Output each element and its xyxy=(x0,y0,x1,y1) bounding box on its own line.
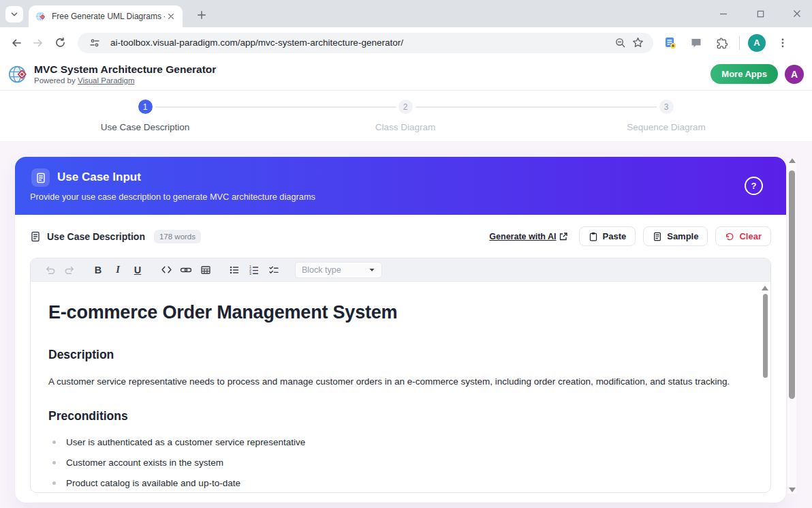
list-item-text: Customer account exists in the system xyxy=(66,458,223,468)
translate-download-icon xyxy=(663,36,677,50)
bookmark-button[interactable] xyxy=(629,34,646,52)
forward-arrow-icon xyxy=(32,37,44,49)
paste-button[interactable]: Paste xyxy=(579,226,636,246)
visual-paradigm-favicon xyxy=(35,11,46,22)
url-text[interactable]: ai-toolbox.visual-paradigm.com/app/mvc-s… xyxy=(110,38,611,48)
editor-content[interactable]: E-commerce Order Management System Descr… xyxy=(31,282,770,493)
app-header: MVC System Architecture Generator Powere… xyxy=(0,58,812,91)
underline-button[interactable]: U xyxy=(129,262,146,278)
bullet-list-icon xyxy=(229,265,240,275)
more-apps-button[interactable]: More Apps xyxy=(710,64,778,84)
scroll-up-arrow[interactable] xyxy=(789,158,796,163)
italic-button[interactable]: I xyxy=(110,262,126,278)
plus-icon xyxy=(197,10,206,20)
undo-button[interactable] xyxy=(42,262,58,278)
check-list-icon xyxy=(268,265,279,275)
generate-with-ai-link[interactable]: Generate with AI xyxy=(489,232,567,241)
help-button[interactable]: ? xyxy=(745,177,763,195)
bullet-dot xyxy=(52,440,56,444)
maximize-icon xyxy=(756,10,765,18)
close-window-button[interactable] xyxy=(789,5,805,22)
page-scrollbar[interactable] xyxy=(787,158,796,494)
powered-by: Powered by Visual Paradigm xyxy=(34,76,216,85)
tab-title: Free Generate UML Diagrams - xyxy=(52,12,165,21)
step-class-diagram[interactable]: 2 Class Diagram xyxy=(330,100,480,132)
translate-download-button[interactable] xyxy=(661,34,679,52)
step-use-case-description[interactable]: 1 Use Case Description xyxy=(70,100,220,132)
block-type-select[interactable]: Block type xyxy=(295,262,382,278)
back-arrow-icon xyxy=(10,37,22,49)
step-number: 2 xyxy=(399,100,413,114)
extensions-button[interactable] xyxy=(713,34,731,52)
new-tab-button[interactable] xyxy=(193,7,210,23)
use-case-input-banner: Use Case Input Provide your use case des… xyxy=(15,157,786,215)
forward-button[interactable] xyxy=(27,32,49,54)
puzzle-icon xyxy=(716,37,728,49)
table-button[interactable] xyxy=(198,262,214,278)
tab-strip: Free Generate UML Diagrams - xyxy=(0,0,812,27)
maximize-button[interactable] xyxy=(752,5,768,22)
section-left: Use Case Description 178 words xyxy=(30,230,201,243)
code-button[interactable] xyxy=(158,262,174,278)
doc-title: E-commerce Order Management System xyxy=(48,302,739,323)
close-icon xyxy=(168,13,174,20)
underline-icon: U xyxy=(134,265,141,275)
sample-button[interactable]: Sample xyxy=(643,226,708,246)
word-count-badge: 178 words xyxy=(154,230,201,243)
numbered-list-button[interactable]: 123 xyxy=(246,262,262,278)
divider xyxy=(739,36,740,50)
check-list-button[interactable] xyxy=(266,262,282,278)
browser-tab[interactable]: Free Generate UML Diagrams - xyxy=(29,5,183,27)
page-title: MVC System Architecture Generator xyxy=(34,63,216,76)
tune-icon xyxy=(89,38,100,48)
doc-paragraph: A customer service representative needs … xyxy=(48,376,739,387)
tab-search-button[interactable] xyxy=(5,6,23,23)
url-bar[interactable]: ai-toolbox.visual-paradigm.com/app/mvc-s… xyxy=(78,33,653,53)
reset-icon xyxy=(725,232,734,241)
link-icon xyxy=(180,264,192,276)
code-icon xyxy=(161,264,172,275)
sample-label: Sample xyxy=(667,231,698,241)
visual-paradigm-logo xyxy=(8,64,29,85)
clear-button[interactable]: Clear xyxy=(715,226,771,246)
scroll-up-arrow[interactable] xyxy=(762,286,768,290)
bold-icon: B xyxy=(95,265,102,275)
rich-text-editor: B I U 123 Block type E-commerce Order M xyxy=(30,258,771,493)
star-icon xyxy=(632,37,644,48)
back-button[interactable] xyxy=(5,32,27,54)
scroll-down-arrow[interactable] xyxy=(789,488,796,492)
step-number: 3 xyxy=(659,100,674,114)
step-label: Use Case Description xyxy=(70,122,220,132)
stepper: 1 Use Case Description 2 Class Diagram 3… xyxy=(0,91,812,141)
visual-paradigm-link[interactable]: Visual Paradigm xyxy=(78,76,135,85)
bullet-dot xyxy=(52,481,56,485)
site-settings-button[interactable] xyxy=(86,34,104,52)
close-icon xyxy=(792,9,802,18)
feedback-button[interactable] xyxy=(687,34,705,52)
bullet-list-button[interactable] xyxy=(226,262,243,278)
browser-profile-avatar[interactable]: A xyxy=(748,34,766,52)
redo-button[interactable] xyxy=(61,262,78,278)
editor-scrollbar[interactable] xyxy=(762,286,768,487)
list-item: Product catalog is available and up-to-d… xyxy=(48,478,739,488)
banner-icon-box xyxy=(31,168,50,187)
banner-subtitle: Provide your use case description to gen… xyxy=(30,192,315,202)
step-sequence-diagram[interactable]: 3 Sequence Diagram xyxy=(591,100,741,132)
minimize-button[interactable] xyxy=(715,5,732,22)
app-avatar[interactable]: A xyxy=(785,65,804,84)
link-button[interactable] xyxy=(178,262,194,278)
preconditions-list: User is authenticated as a customer serv… xyxy=(48,437,739,488)
redo-icon xyxy=(64,264,76,275)
header-actions: More Apps A xyxy=(710,64,804,84)
browser-menu-button[interactable] xyxy=(774,34,792,52)
editor-scrollbar-thumb[interactable] xyxy=(763,294,768,378)
zoom-out-button[interactable] xyxy=(611,34,629,52)
list-item: Customer account exists in the system xyxy=(48,458,739,468)
paste-label: Paste xyxy=(603,231,627,241)
zoom-out-icon xyxy=(614,37,626,48)
bold-button[interactable]: B xyxy=(90,262,106,278)
tab-close-button[interactable] xyxy=(165,10,177,23)
page-scrollbar-thumb[interactable] xyxy=(789,170,795,399)
reload-button[interactable] xyxy=(49,32,71,54)
window-controls xyxy=(715,0,805,27)
